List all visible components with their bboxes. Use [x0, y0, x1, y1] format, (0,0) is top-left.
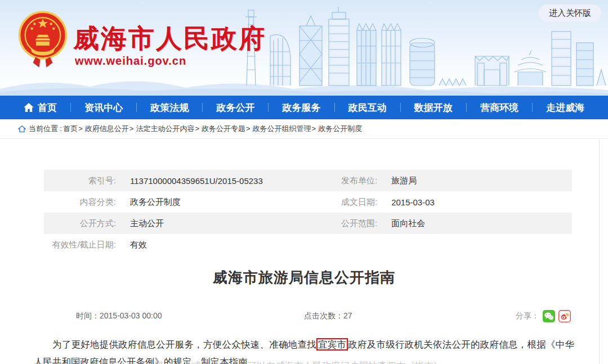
field-label: 索引号: [44, 176, 116, 186]
table-row: 公开方式:主动公开公开范围:面向社会 [44, 213, 572, 234]
click-count: 点击次数：27 [304, 311, 352, 321]
body-text-before: 为了更好地提供政府信息公开服务，方便公众快速、准确地查找 [52, 339, 316, 349]
share-bar: 分享： [516, 310, 571, 322]
publish-time: 时间：2015-03-03 00:00 [76, 311, 162, 321]
document-title: 威海市旅游局信息公开指南 [0, 268, 608, 287]
nav-item-label: 政策法规 [150, 101, 189, 114]
breadcrumb-home-icon [18, 125, 26, 132]
nav-item-1[interactable]: 首页 [24, 101, 57, 114]
main-nav: 首页资讯中心政策法规政务公开政务服务政民互动数据开放营商环境走进威海 [0, 96, 608, 119]
publish-time-value: 2015-03-03 00:00 [100, 311, 162, 320]
breadcrumb-items: 首页>政府信息公开>法定主动公开内容>政务公开专题>政务公开组织管理>政务公开制… [63, 124, 362, 134]
weibo-share-icon[interactable] [558, 310, 571, 322]
nav-item-label: 数据开放 [414, 101, 453, 114]
nav-item-label: 首页 [38, 101, 57, 114]
table-cell: 发布单位:旅游局 [324, 176, 572, 186]
field-value: 有效 [130, 240, 147, 250]
clipped-text-line: 本《指南》每年更新一次。公民、法人或者其他组织可以在威海市人民政府门户网站查阅本… [34, 360, 574, 364]
site-url: www.weihai.gov.cn [75, 55, 186, 68]
breadcrumb-separator: > [246, 124, 251, 133]
red-highlight-box: 宜宾市 [316, 338, 348, 350]
breadcrumb-item-1[interactable]: 首页 [63, 124, 78, 133]
field-label: 公开范围: [324, 218, 377, 229]
nav-separator [466, 103, 467, 112]
breadcrumb-prefix: 当前位置 : [29, 124, 62, 134]
table-row: 有效性/截止日期:有效 [44, 234, 572, 255]
field-value: 2015-03-03 [391, 197, 435, 207]
nav-separator [202, 103, 203, 112]
nav-item-5[interactable]: 政务服务 [283, 101, 321, 114]
document-info-table: 索引号:11371000004359651U/2015-05233发布单位:旅游… [44, 170, 572, 255]
nav-item-label: 营商环境 [480, 101, 518, 114]
field-value: 旅游局 [391, 176, 417, 186]
table-cell: 公开方式:主动公开 [44, 218, 324, 229]
table-cell: 公开范围:面向社会 [324, 218, 572, 229]
field-label: 发布单位: [324, 176, 377, 186]
breadcrumb-item-4[interactable]: 政务公开专题 [202, 124, 245, 133]
document-meta: 时间：2015-03-03 00:00 点击次数：27 分享： [0, 310, 608, 323]
field-value: 11371000004359651U/2015-05233 [130, 176, 263, 186]
home-icon [24, 103, 34, 112]
nav-item-label: 走进威海 [546, 101, 584, 114]
table-row: 内容分类:政务公开制度成文日期:2015-03-03 [44, 191, 572, 213]
field-value: 主动公开 [130, 218, 164, 229]
nav-separator [400, 103, 401, 112]
field-label: 公开方式: [44, 218, 116, 229]
breadcrumb-item-5[interactable]: 政务公开组织管理 [253, 124, 311, 133]
nav-item-4[interactable]: 政务公开 [216, 101, 254, 114]
national-emblem-logo [17, 10, 69, 69]
breadcrumb-item-3[interactable]: 法定主动公开内容 [136, 124, 194, 133]
nav-item-9[interactable]: 走进威海 [546, 101, 584, 114]
nav-item-7[interactable]: 数据开放 [414, 101, 453, 114]
nav-separator [334, 103, 335, 112]
wechat-share-icon[interactable] [543, 310, 555, 322]
breadcrumb-item-2[interactable]: 政府信息公开 [85, 124, 129, 133]
publish-time-label: 时间： [76, 311, 100, 320]
click-count-value: 27 [343, 311, 352, 320]
nav-separator [70, 103, 71, 112]
breadcrumb: 当前位置 : 首页>政府信息公开>法定主动公开内容>政务公开专题>政务公开组织管… [0, 119, 608, 139]
nav-separator [268, 103, 269, 112]
nav-separator [532, 103, 533, 112]
care-version-button[interactable]: 进入关怀版 [539, 5, 601, 22]
nav-item-label: 政务服务 [283, 101, 321, 114]
table-row: 索引号:11371000004359651U/2015-05233发布单位:旅游… [44, 170, 572, 191]
field-label: 成文日期: [324, 197, 377, 208]
nav-item-label: 资讯中心 [84, 101, 123, 114]
field-label: 有效性/截止日期: [44, 240, 116, 250]
breadcrumb-separator: > [78, 124, 83, 133]
table-cell: 有效性/截止日期:有效 [44, 240, 324, 250]
nav-item-6[interactable]: 政民互动 [348, 101, 387, 114]
breadcrumb-separator: > [129, 124, 134, 133]
nav-item-label: 政民互动 [348, 101, 387, 114]
click-count-label: 点击次数： [304, 311, 343, 320]
site-title: 威海市人民政府 [73, 21, 266, 56]
field-value: 面向社会 [391, 218, 425, 229]
site-header: 威海市人民政府 www.weihai.gov.cn 进入关怀版 [0, 0, 608, 96]
table-cell: 内容分类:政务公开制度 [44, 197, 324, 208]
nav-item-label: 政务公开 [216, 101, 254, 114]
field-label: 内容分类: [44, 197, 116, 208]
nav-item-3[interactable]: 政策法规 [150, 101, 189, 114]
nav-item-8[interactable]: 营商环境 [480, 101, 518, 114]
nav-separator [136, 103, 137, 112]
table-cell: 成文日期:2015-03-03 [324, 197, 572, 208]
breadcrumb-separator: > [195, 124, 199, 133]
table-cell: 索引号:11371000004359651U/2015-05233 [44, 176, 324, 186]
nav-item-2[interactable]: 资讯中心 [84, 101, 123, 114]
content-right-divider [599, 140, 600, 364]
field-value: 政务公开制度 [130, 197, 181, 208]
breadcrumb-separator: > [312, 124, 316, 133]
share-label: 分享： [516, 311, 539, 321]
breadcrumb-item-6[interactable]: 政务公开制度 [318, 124, 362, 133]
